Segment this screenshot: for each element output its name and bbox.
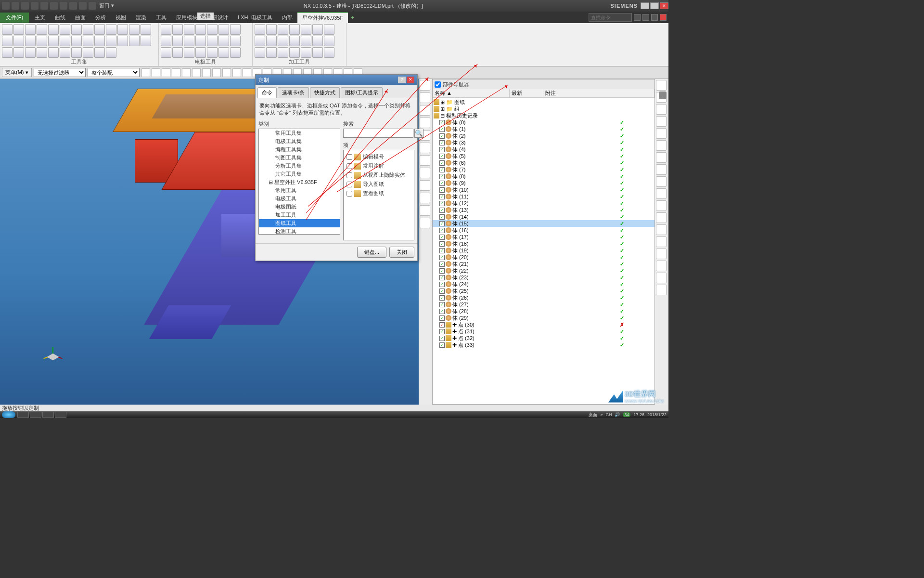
ribbon-tool-icon[interactable] [172, 24, 183, 35]
ribbon-tool-icon[interactable] [48, 47, 59, 58]
ribbon-tool-icon[interactable] [37, 36, 47, 46]
keyboard-button[interactable]: 键盘... [357, 247, 386, 258]
tree-row[interactable]: ✓体 (27)✓ [433, 301, 654, 308]
resource-bar-icon[interactable] [420, 193, 430, 203]
category-item[interactable]: 其它工具集 [259, 170, 340, 178]
tree-checkbox[interactable]: ✓ [439, 160, 445, 166]
ribbon-tool-icon[interactable] [172, 47, 183, 58]
tree-checkbox[interactable]: ✓ [439, 309, 445, 314]
tree-checkbox[interactable]: ✓ [439, 140, 445, 145]
tree-row[interactable]: ✓体 (16)✓ [433, 227, 654, 234]
taskbar-badge[interactable]: 34 [623, 412, 630, 417]
right-toolbar-icon[interactable] [656, 104, 667, 115]
tree-row[interactable]: ✓体 (14)✓ [433, 213, 654, 220]
tree-row[interactable]: ✓体 (20)✓ [433, 254, 654, 261]
ribbon-tool-icon[interactable] [324, 47, 334, 58]
resource-bar-icon[interactable] [420, 143, 430, 153]
tab-LXH_电极工具[interactable]: LXH_电极工具 [233, 13, 277, 23]
qat-props-icon[interactable] [69, 2, 77, 10]
tree-checkbox[interactable]: ✓ [439, 154, 445, 159]
tab-曲线[interactable]: 曲线 [50, 13, 70, 23]
ribbon-tool-icon[interactable] [60, 36, 70, 46]
qat-new-icon[interactable] [2, 2, 10, 10]
ribbon-tool-icon[interactable] [324, 36, 334, 46]
category-item[interactable]: 检测工具 [259, 227, 340, 235]
ribbon-tool-icon[interactable] [266, 24, 277, 35]
tree-checkbox[interactable]: ✓ [439, 268, 445, 274]
resource-bar-icon[interactable] [420, 218, 430, 228]
selection-filter-dropdown[interactable]: 无选择过滤器 [34, 68, 86, 77]
tree-row[interactable]: ⊟ 模型历史记录 [433, 112, 654, 119]
selection-tool-icon[interactable] [222, 68, 231, 77]
ribbon-tool-icon[interactable] [13, 24, 24, 35]
resource-bar-icon[interactable] [420, 92, 430, 103]
tree-row[interactable]: ✓体 (17)✓ [433, 234, 654, 240]
assembly-scope-dropdown[interactable]: 整个装配 [88, 68, 140, 77]
tree-row[interactable]: ✓体 (11)✓ [433, 193, 654, 200]
tree-checkbox[interactable]: ✓ [439, 221, 445, 226]
right-toolbar-icon[interactable] [656, 200, 667, 211]
qat-cut-icon[interactable] [40, 2, 48, 10]
resource-bar-icon[interactable] [420, 205, 430, 216]
tree-row[interactable]: ✓体 (2)✓ [433, 132, 654, 139]
tree-row[interactable]: ✓体 (4)✓ [433, 146, 654, 153]
dialog-help-icon[interactable]: ? [398, 77, 406, 83]
tree-row[interactable]: ✓体 (22)✓ [433, 267, 654, 274]
ribbon-tool-icon[interactable] [94, 47, 105, 58]
ribbon-tool-icon[interactable] [230, 24, 241, 35]
resource-bar-icon[interactable] [420, 180, 430, 191]
tree-checkbox[interactable]: ✓ [439, 208, 445, 213]
ribbon-tool-icon[interactable] [207, 36, 218, 46]
view-triad[interactable] [43, 347, 63, 366]
tree-row[interactable]: ✓体 (12)✓ [433, 200, 654, 207]
nav-col-note[interactable]: 附注 [543, 89, 654, 97]
ribbon-tool-icon[interactable] [71, 47, 82, 58]
ribbon-tool-icon[interactable] [83, 24, 93, 35]
tree-checkbox[interactable]: ✓ [439, 235, 445, 240]
tree-checkbox[interactable]: ✓ [439, 275, 445, 280]
taskbar-desktop-label[interactable]: 桌面 [589, 412, 597, 418]
ribbon-tool-icon[interactable] [172, 36, 183, 46]
tree-checkbox[interactable]: ✓ [439, 336, 445, 341]
category-item[interactable]: 电极图纸 [259, 203, 340, 211]
dialog-tab[interactable]: 选项卡/条 [278, 87, 309, 98]
ribbon-tool-icon[interactable] [117, 24, 128, 35]
ribbon-tool-icon[interactable] [2, 36, 13, 46]
ribbon-tool-icon[interactable] [2, 24, 13, 35]
selection-tool-icon[interactable] [202, 68, 211, 77]
doc-close-button[interactable] [660, 14, 667, 21]
right-toolbar-icon[interactable] [656, 273, 667, 283]
nav-title-checkbox[interactable] [435, 81, 441, 88]
ribbon-tool-icon[interactable] [60, 24, 70, 35]
tree-row[interactable]: ✓✚ 点 (33)✓ [433, 342, 654, 348]
ribbon-tool-icon[interactable] [184, 24, 194, 35]
tree-row[interactable]: ✓体 (29)✓ [433, 315, 654, 321]
ribbon-tool-icon[interactable] [278, 24, 288, 35]
selection-tool-icon[interactable] [232, 68, 241, 77]
ribbon-tool-icon[interactable] [117, 36, 128, 46]
ribbon-tool-icon[interactable] [289, 47, 300, 58]
tree-checkbox[interactable]: ✓ [439, 322, 445, 328]
right-toolbar-icon[interactable] [656, 80, 667, 91]
category-item[interactable]: 制图工具集 [259, 154, 340, 162]
right-toolbar-icon[interactable] [656, 236, 667, 247]
selection-tool-icon[interactable] [212, 68, 221, 77]
maximize-button[interactable]: □ [650, 2, 659, 9]
tree-row[interactable]: ✓体 (23)✓ [433, 274, 654, 281]
resource-bar-icon[interactable] [420, 155, 430, 166]
tree-checkbox[interactable]: ✓ [439, 201, 445, 206]
ribbon-tool-icon[interactable] [83, 36, 93, 46]
minimize-button[interactable]: _ [641, 2, 649, 9]
ribbon-tool-icon[interactable] [195, 36, 206, 46]
selection-tool-icon[interactable] [162, 68, 170, 77]
category-item[interactable]: 常用工具 [259, 186, 340, 195]
ribbon-tool-icon[interactable] [141, 24, 151, 35]
ribbon-tool-icon[interactable] [324, 24, 334, 35]
ribbon-tool-icon[interactable] [301, 36, 311, 46]
ribbon-tool-icon[interactable] [184, 36, 194, 46]
tree-checkbox[interactable]: ✓ [439, 282, 445, 287]
tab-分析[interactable]: 分析 [90, 13, 111, 23]
ribbon-tool-icon[interactable] [218, 36, 229, 46]
tree-row[interactable]: ✓体 (19)✓ [433, 247, 654, 254]
file-menu-button[interactable]: 文件(F) [0, 13, 29, 23]
